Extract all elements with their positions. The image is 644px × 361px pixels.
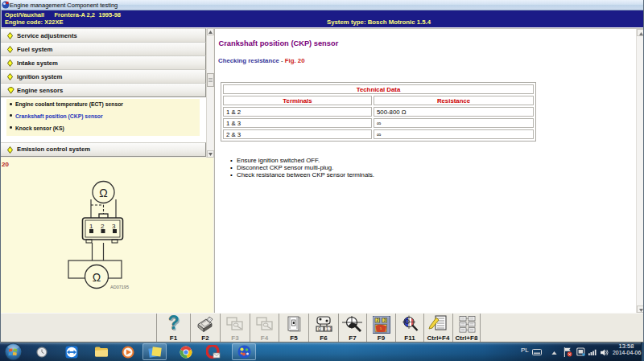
svg-text:AD07195: AD07195 [110,285,129,289]
svg-text:2: 2 [101,223,105,230]
svg-text:1: 1 [89,223,93,230]
svg-text:3: 3 [112,223,116,230]
svg-text:2: 2 [376,318,378,322]
svg-text:Ω: Ω [318,326,321,331]
svg-text:1.1: 1.1 [326,326,332,331]
svg-text:Ω: Ω [93,271,101,284]
svg-text:3: 3 [383,318,386,322]
svg-text:Ω: Ω [99,187,107,199]
